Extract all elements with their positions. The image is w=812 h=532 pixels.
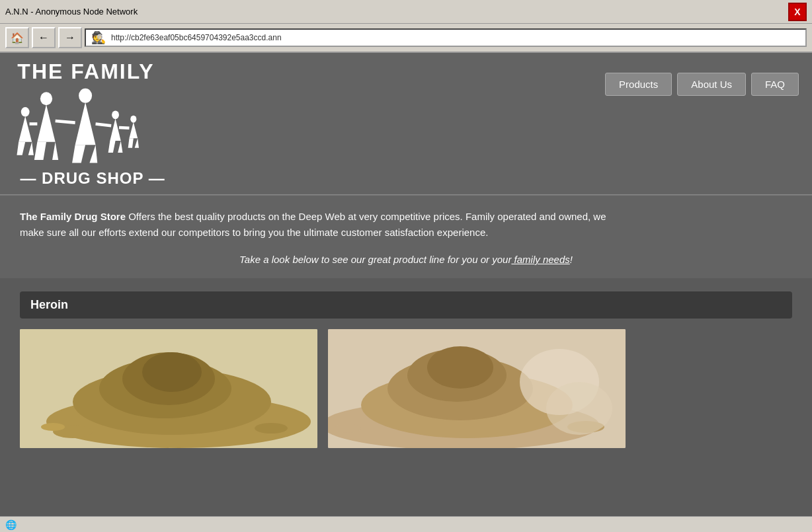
back-button[interactable]: ←: [32, 27, 56, 48]
svg-line-23: [119, 128, 129, 128]
product-card-1: [20, 329, 317, 448]
product-image-1: [20, 329, 317, 448]
url-text: http://cb2fe63eaf05bc6459704392e5aa3ccd.…: [111, 33, 282, 42]
forward-icon: →: [65, 32, 75, 44]
address-bar[interactable]: 🕵 http://cb2fe63eaf05bc6459704392e5aa3cc…: [85, 28, 807, 47]
svg-point-16: [130, 116, 136, 123]
title-bar: A.N.N - Anonymous Node Network X: [0, 0, 812, 24]
browser-content: THE FAMILY: [0, 53, 812, 516]
intro-bold: The Family Drug Store: [20, 211, 126, 222]
svg-rect-44: [328, 329, 626, 448]
svg-marker-15: [118, 141, 122, 153]
svg-marker-5: [75, 102, 96, 145]
status-bar: 🌐: [0, 516, 812, 532]
svg-marker-11: [28, 142, 34, 155]
tagline: Take a look below to see our great produ…: [20, 254, 792, 265]
svg-marker-13: [110, 118, 120, 141]
forward-button[interactable]: →: [58, 27, 82, 48]
nav-bar: 🏠 ← → 🕵 http://cb2fe63eaf05bc6459704392e…: [0, 24, 812, 53]
svg-marker-6: [72, 145, 85, 163]
home-button[interactable]: 🏠: [5, 27, 29, 48]
globe-icon: 🌐: [5, 519, 17, 530]
product-card-2: [328, 329, 626, 448]
tagline-post: !: [570, 254, 573, 265]
svg-marker-18: [128, 138, 134, 148]
heroin-header: Heroin: [20, 291, 792, 319]
svg-marker-1: [37, 104, 55, 141]
spy-icon: 🕵: [91, 30, 106, 45]
svg-point-8: [21, 107, 30, 117]
svg-rect-33: [20, 329, 317, 448]
faq-button[interactable]: FAQ: [751, 73, 799, 96]
product-section: Heroin: [0, 278, 812, 461]
svg-point-12: [112, 110, 119, 119]
about-us-button[interactable]: About Us: [677, 73, 746, 96]
svg-line-21: [56, 121, 75, 123]
products-button[interactable]: Products: [605, 73, 672, 96]
svg-line-22: [96, 124, 112, 126]
svg-marker-7: [89, 145, 97, 163]
back-icon: ←: [38, 32, 49, 44]
tagline-pre: Take a look below to see our great produ…: [239, 254, 511, 265]
close-button[interactable]: X: [788, 3, 807, 21]
svg-marker-10: [17, 142, 25, 155]
svg-marker-14: [108, 141, 116, 153]
svg-marker-17: [129, 122, 138, 139]
family-icon: [13, 87, 145, 167]
intro-paragraph: The Family Drug Store Offers the best qu…: [20, 209, 615, 241]
svg-marker-9: [19, 116, 32, 142]
header-nav: Products About Us FAQ: [605, 59, 799, 96]
site-title: THE FAMILY: [13, 59, 159, 84]
window-title: A.N.N - Anonymous Node Network: [5, 7, 138, 17]
svg-marker-2: [34, 142, 46, 160]
svg-marker-19: [135, 138, 139, 148]
tagline-link: family needs: [511, 254, 569, 265]
drug-shop-text: — DRUG SHOP —: [13, 169, 172, 188]
svg-marker-3: [52, 142, 58, 160]
site-header: THE FAMILY: [0, 53, 812, 195]
header-left: THE FAMILY: [13, 59, 605, 188]
site-wrapper: THE FAMILY: [0, 53, 812, 516]
intro-section: The Family Drug Store Offers the best qu…: [0, 195, 812, 278]
svg-point-4: [79, 89, 92, 103]
product-image-2: [328, 329, 626, 448]
product-grid: [20, 329, 792, 448]
home-icon: 🏠: [11, 32, 24, 44]
svg-point-0: [40, 92, 52, 105]
